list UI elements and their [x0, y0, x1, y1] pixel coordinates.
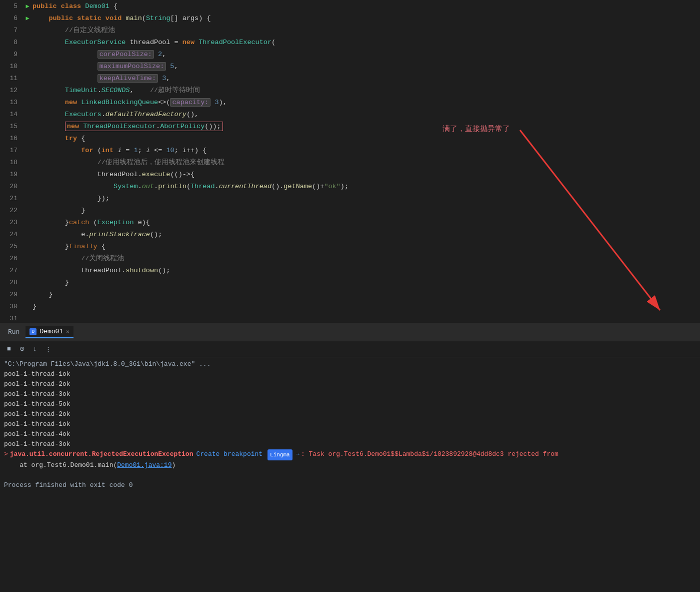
- lingma-badge: Lingma: [268, 449, 292, 460]
- output-javapath: "C:\Program Files\Java\jdk1.8.0_361\bin\…: [4, 359, 696, 369]
- create-breakpoint-link[interactable]: Create breakpoint: [196, 449, 262, 459]
- code-line-31: 31: [0, 312, 700, 323]
- code-line-5: 5 ▶ public class Demo01 {: [0, 0, 700, 12]
- code-line-19: 19 threadPool.execute(()->{: [0, 168, 700, 180]
- output-blank: [4, 470, 696, 480]
- output-process-done: Process finished with exit code 0: [4, 480, 696, 490]
- stacktrace-link[interactable]: Demo01.java:19: [117, 461, 172, 469]
- code-line-12: 12 TimeUnit.SECONDS, //超时等待时间: [0, 84, 700, 96]
- tab-demo01[interactable]: D Demo01 ✕: [26, 326, 73, 338]
- output-exception-line: > java.util.concurrent.RejectedExecution…: [4, 449, 696, 460]
- code-line-8: 8 ExecutorService threadPool = new Threa…: [0, 36, 700, 48]
- rerun-button[interactable]: ⊙: [17, 344, 27, 354]
- code-line-28: 28 }: [0, 276, 700, 288]
- stop-button[interactable]: ■: [4, 344, 14, 354]
- code-line-23: 23 }catch (Exception e){: [0, 216, 700, 228]
- settings-button[interactable]: ⋮: [43, 344, 53, 354]
- code-line-6: 6 ▶ public static void main(String[] arg…: [0, 12, 700, 24]
- code-line-30: 30 }: [0, 300, 700, 312]
- run-button-line6[interactable]: ▶: [22, 15, 32, 22]
- console-toolbar: ■ ⊙ ↓ ⋮: [0, 341, 700, 357]
- tab-close-button[interactable]: ✕: [66, 328, 70, 335]
- output-thread-4: pool-1-thread-4ok: [4, 429, 696, 439]
- run-button-line5[interactable]: ▶: [22, 3, 32, 10]
- code-line-16: 16 try {: [0, 132, 700, 144]
- lingma-arrow: →: [296, 449, 300, 459]
- console-output: "C:\Program Files\Java\jdk1.8.0_361\bin\…: [0, 357, 700, 592]
- scroll-end-button[interactable]: ↓: [30, 344, 40, 354]
- code-line-29: 29 }: [0, 288, 700, 300]
- output-thread-5: pool-1-thread-5ok: [4, 399, 696, 409]
- code-line-9: 9 corePoolSize: 2,: [0, 48, 700, 60]
- code-line-27: 27 threadPool.shutdown();: [0, 264, 700, 276]
- code-line-14: 14 Executors.defaultThreadFactory(),: [0, 108, 700, 120]
- exception-class: java.util.concurrent.RejectedExecutionEx…: [10, 449, 194, 459]
- tab-run[interactable]: Run: [4, 326, 24, 338]
- code-line-22: 22 }: [0, 204, 700, 216]
- code-line-15: 15 new ThreadPoolExecutor.AbortPolicy())…: [0, 120, 700, 132]
- code-line-18: 18 //使用线程池后，使用线程池来创建线程: [0, 156, 700, 168]
- code-line-10: 10 maximumPoolSize: 5,: [0, 60, 700, 72]
- output-thread-3: pool-1-thread-3ok: [4, 389, 696, 399]
- output-thread-2: pool-1-thread-2ok: [4, 379, 696, 389]
- output-thread-3b: pool-1-thread-3ok: [4, 439, 696, 449]
- code-line-24: 24 e.printStackTrace();: [0, 228, 700, 240]
- code-editor: 5 ▶ public class Demo01 { 6 ▶ public sta…: [0, 0, 700, 323]
- tab-icon: D: [30, 328, 36, 335]
- code-line-25: 25 }finally {: [0, 240, 700, 252]
- code-line-17: 17 for (int i = 1; i <= 10; i++) {: [0, 144, 700, 156]
- annotation-text: 满了，直接抛异常了: [442, 124, 510, 134]
- console-tab-bar: Run D Demo01 ✕: [0, 323, 700, 341]
- error-arrow-icon: >: [4, 449, 8, 459]
- output-stacktrace: at org.Test6.Demo01.main(Demo01.java:19): [4, 460, 696, 470]
- code-line-13: 13 new LinkedBlockingQueue<>(capacity: 3…: [0, 96, 700, 108]
- exception-message: : Task org.Test6.Demo01$$Lambda$1/102389…: [301, 449, 558, 459]
- code-line-11: 11 keepAliveTime: 3,: [0, 72, 700, 84]
- output-thread-1b: pool-1-thread-1ok: [4, 419, 696, 429]
- code-line-26: 26 //关闭线程池: [0, 252, 700, 264]
- code-line-20: 20 System.out.println(Thread.currentThre…: [0, 180, 700, 192]
- code-line-7: 7 //自定义线程池: [0, 24, 700, 36]
- code-line-21: 21 });: [0, 192, 700, 204]
- output-thread-1: pool-1-thread-1ok: [4, 369, 696, 379]
- output-thread-2b: pool-1-thread-2ok: [4, 409, 696, 419]
- console-panel: Run D Demo01 ✕ ■ ⊙ ↓ ⋮ "C:\Program Files…: [0, 323, 700, 592]
